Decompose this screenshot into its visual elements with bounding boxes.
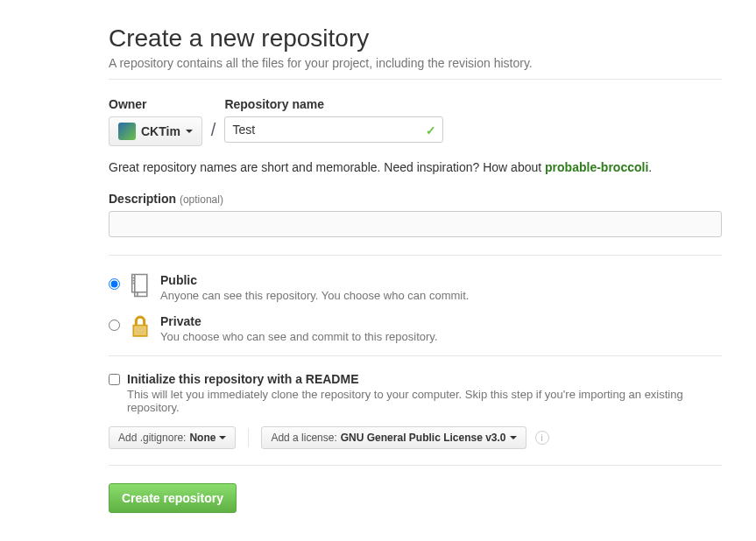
page-title: Create a new repository [109,25,722,53]
owner-name: CKTim [141,124,180,138]
svg-rect-2 [132,283,134,285]
description-label: Description (optional) [109,192,223,206]
private-radio[interactable] [109,320,120,331]
path-separator: / [211,120,216,140]
divider [109,465,722,466]
caret-down-icon [219,436,226,439]
vertical-separator [248,428,249,447]
license-select-button[interactable]: Add a license: GNU General Public Licens… [261,426,526,449]
repo-public-icon [129,273,152,298]
owner-select-button[interactable]: CKTim [109,116,202,146]
description-input[interactable] [109,211,722,237]
gitignore-select-button[interactable]: Add .gitignore: None [109,426,236,449]
caret-down-icon [186,130,193,133]
owner-label: Owner [109,97,202,111]
avatar [118,123,136,140]
divider [109,79,722,80]
repo-name-label: Repository name [224,97,443,111]
divider [109,255,722,256]
repo-name-input[interactable] [224,116,443,143]
private-title: Private [160,314,201,328]
svg-rect-1 [132,280,134,282]
name-suggestion-link[interactable]: probable-broccoli [545,160,648,174]
lock-icon [129,314,152,339]
public-radio[interactable] [109,278,120,290]
init-readme-label: Initialize this repository with a README [127,372,358,386]
init-readme-sub: This will let you immediately clone the … [127,388,722,414]
create-repository-button[interactable]: Create repository [109,483,237,513]
private-sub: You choose who can see and commit to thi… [160,330,438,343]
public-sub: Anyone can see this repository. You choo… [160,289,469,302]
name-hint: Great repository names are short and mem… [109,160,722,174]
init-readme-checkbox[interactable] [109,374,120,385]
divider [109,355,722,356]
public-title: Public [160,273,197,287]
page-subtitle: A repository contains all the files for … [109,56,722,70]
caret-down-icon [510,436,517,439]
check-icon: ✓ [426,123,436,137]
info-icon[interactable]: i [535,431,549,445]
svg-rect-0 [132,278,134,279]
